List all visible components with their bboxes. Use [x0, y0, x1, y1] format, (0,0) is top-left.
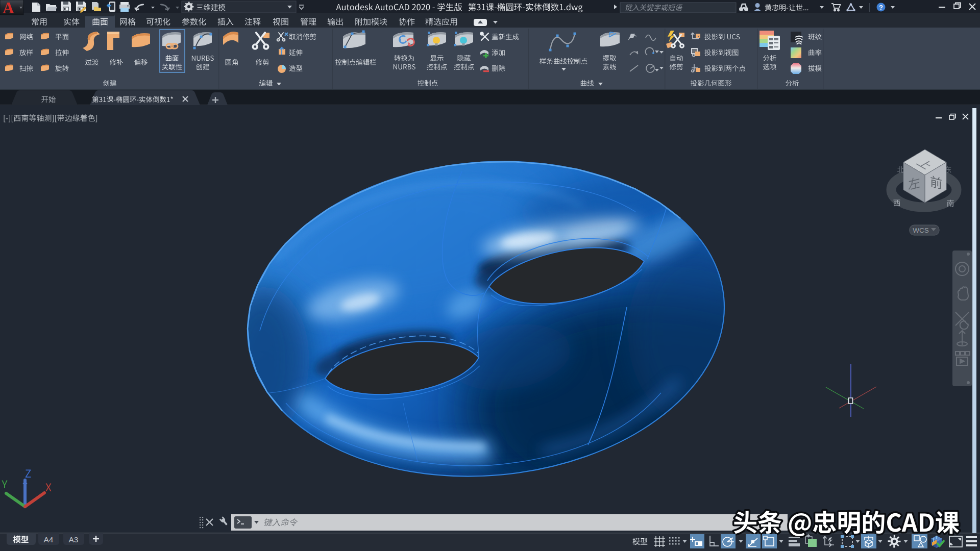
- svg-text:?: ?: [879, 4, 883, 11]
- svg-text:WCS: WCS: [913, 227, 929, 234]
- svg-text:A3: A3: [69, 535, 79, 544]
- svg-text:A4: A4: [44, 535, 54, 544]
- svg-text:A: A: [3, 0, 14, 17]
